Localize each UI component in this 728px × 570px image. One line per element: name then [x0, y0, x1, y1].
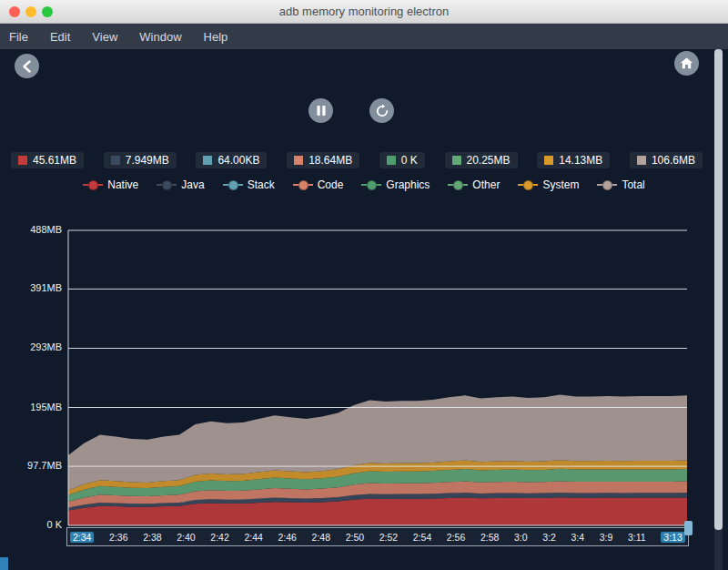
legend-series-label: Other	[472, 178, 500, 191]
menu-item-edit[interactable]: Edit	[50, 30, 70, 44]
legend-series-label: Graphics	[386, 178, 430, 191]
legend-value-label: 106.6MB	[652, 154, 695, 167]
legend-value-label: 20.25MB	[467, 154, 511, 167]
legend-color-swatch	[637, 156, 646, 165]
legend-series-marker-icon	[157, 179, 177, 190]
time-tick-label: 2:58	[480, 532, 499, 543]
legend-color-swatch	[203, 156, 212, 165]
legend-series-item[interactable]: Java	[157, 178, 204, 191]
y-axis-tick-label: 195MB	[11, 402, 62, 412]
legend-color-swatch	[452, 156, 461, 165]
y-axis-tick-label: 0 K	[11, 519, 62, 530]
legend-series-label: Code	[318, 178, 344, 191]
legend-series-item[interactable]: System	[518, 178, 579, 191]
legend-series-marker-icon	[597, 179, 617, 190]
time-tick-label: 2:46	[278, 532, 296, 543]
time-tick-label: 2:42	[210, 532, 228, 543]
brush-handle-left[interactable]	[0, 557, 8, 570]
home-icon	[680, 56, 693, 70]
time-tick-label: 2:48	[312, 532, 330, 543]
time-tick-label: 3:11	[628, 532, 646, 543]
legend-value-item[interactable]: 14.13MB	[537, 152, 610, 168]
legend-series-label: System	[542, 178, 579, 191]
legend-series-item[interactable]: Other	[448, 178, 500, 191]
legend-series-item[interactable]: Code	[293, 178, 344, 191]
legend-value-label: 64.00KB	[217, 154, 259, 167]
legend-series-label: Total	[622, 178, 644, 191]
y-axis-tick-label: 488MB	[11, 224, 62, 235]
brush-edge-label[interactable]: 3:13	[661, 532, 684, 543]
legend-series-marker-icon	[293, 179, 313, 190]
menu-item-help[interactable]: Help	[204, 30, 228, 44]
time-axis-brush[interactable]: 2:342:362:382:402:422:442:462:482:502:52…	[66, 527, 689, 546]
legend-color-swatch	[111, 156, 120, 165]
pause-button[interactable]	[308, 98, 333, 123]
legend-series-item[interactable]: Graphics	[361, 178, 430, 191]
y-axis-tick-label: 293MB	[11, 341, 62, 352]
home-button[interactable]	[674, 51, 699, 76]
time-tick-label: 2:54	[413, 532, 431, 543]
y-axis-tick-label: 391MB	[11, 282, 62, 293]
legend-series-marker-icon	[518, 179, 538, 190]
legend-values-row: 45.61MB7.949MB64.00KB18.64MB0 K20.25MB14…	[11, 152, 703, 168]
time-tick-label: 3:2	[542, 532, 556, 543]
window-title: adb memory monitoring electron	[0, 5, 728, 18]
time-tick-label: 3:0	[514, 532, 528, 543]
legend-value-item[interactable]: 106.6MB	[630, 152, 703, 168]
legend-value-label: 7.949MB	[126, 154, 169, 167]
pause-icon	[316, 105, 327, 117]
legend-series-item[interactable]: Native	[83, 178, 138, 191]
time-tick-label: 3:9	[600, 532, 613, 543]
time-tick-label: 2:44	[244, 532, 262, 543]
legend-series-label: Stack	[248, 178, 275, 191]
legend-value-item[interactable]: 20.25MB	[445, 152, 518, 168]
reload-icon	[375, 104, 389, 118]
y-axis-tick-label: 97.7MB	[11, 460, 62, 471]
legend-value-item[interactable]: 0 K	[379, 152, 425, 168]
stacked-area-chart[interactable]	[67, 229, 688, 526]
legend-value-label: 0 K	[401, 154, 418, 167]
legend-value-item[interactable]: 7.949MB	[104, 152, 177, 168]
back-button[interactable]	[15, 54, 39, 78]
legend-series-marker-icon	[448, 179, 468, 190]
menu-item-window[interactable]: Window	[139, 30, 181, 44]
legend-series-item[interactable]: Total	[597, 178, 644, 191]
time-tick-label: 2:40	[177, 532, 195, 543]
menubar: File Edit View Window Help	[0, 24, 728, 49]
time-tick-label: 2:38	[143, 532, 161, 543]
time-tick-label: 2:36	[109, 532, 127, 543]
legend-series-marker-icon	[223, 179, 243, 190]
time-tick-label: 2:50	[346, 532, 364, 543]
legend-value-item[interactable]: 18.64MB	[287, 152, 359, 168]
legend-series-label: Java	[181, 178, 204, 191]
time-tick-label: 2:52	[379, 532, 398, 543]
brush-edge-label[interactable]: 2:34	[70, 532, 94, 543]
legend-series-marker-icon	[83, 179, 103, 190]
legend-series-label: Native	[107, 178, 138, 191]
legend-color-swatch	[387, 156, 396, 165]
legend-series-row: NativeJavaStackCodeGraphicsOtherSystemTo…	[0, 178, 728, 191]
legend-series-marker-icon	[361, 179, 381, 190]
arrow-left-icon	[20, 59, 35, 74]
legend-series-item[interactable]: Stack	[223, 178, 275, 191]
scrollbar-thumb[interactable]	[714, 49, 723, 530]
legend-value-item[interactable]: 64.00KB	[196, 152, 267, 168]
time-tick-label: 3:4	[571, 532, 585, 543]
legend-value-label: 18.64MB	[308, 154, 352, 167]
menu-item-file[interactable]: File	[9, 30, 28, 44]
legend-color-swatch	[294, 156, 303, 165]
brush-handle-right[interactable]	[684, 521, 693, 535]
titlebar: adb memory monitoring electron	[0, 0, 728, 24]
legend-color-swatch	[18, 156, 27, 165]
time-tick-label: 2:56	[447, 532, 465, 543]
legend-value-label: 14.13MB	[559, 154, 602, 167]
reload-button[interactable]	[369, 98, 394, 123]
menu-item-view[interactable]: View	[92, 30, 117, 44]
legend-value-item[interactable]: 45.61MB	[11, 152, 84, 168]
legend-color-swatch	[544, 156, 553, 165]
legend-value-label: 45.61MB	[33, 154, 76, 167]
